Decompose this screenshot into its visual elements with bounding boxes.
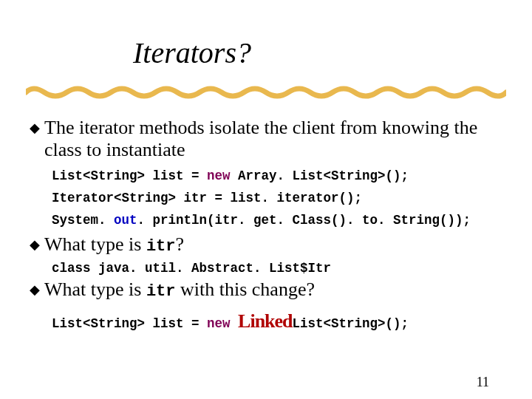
title-underline [26, 81, 506, 103]
code-line-2: Iterator<String> itr = list. iterator(); [52, 191, 502, 205]
bullet-3-text: What type is itr with this change? [44, 279, 315, 303]
code-5-b [231, 316, 239, 331]
code-line-3: System. out. println(itr. get. Class(). … [52, 213, 502, 228]
bullet-icon: ◆ [30, 117, 40, 139]
code-1-a: List<String> list = [52, 168, 207, 183]
slide-title: Iterators? [133, 37, 251, 69]
bullet-3: ◆ What type is itr with this change? [30, 279, 502, 303]
bullet-icon: ◆ [30, 233, 40, 256]
bullet-1-text: The iterator methods isolate the client … [44, 117, 502, 161]
page-number: 11 [477, 375, 489, 390]
linked-word: Linked [238, 310, 293, 332]
code-line-5: List<String> list = new LinkedList<Strin… [52, 310, 502, 332]
bullet-2-a: What type is [44, 233, 146, 255]
bullet-3-code: itr [146, 282, 176, 301]
code-line-4: class java. util. Abstract. List$Itr [52, 261, 502, 276]
code-line-1: List<String> list = new Array. List<Stri… [52, 168, 502, 183]
code-3-b: . println(itr. get. Class(). to. String(… [137, 213, 471, 228]
keyword-new: new [207, 316, 231, 331]
bullet-3-a: What type is [44, 279, 146, 300]
code-5-a: List<String> list = [52, 316, 207, 331]
bullet-icon: ◆ [30, 279, 40, 301]
bullet-2: ◆ What type is itr? [30, 233, 502, 258]
keyword-out: out [114, 213, 137, 228]
code-3-a: System. [52, 213, 114, 228]
keyword-new: new [207, 168, 231, 183]
bullet-3-b: with this change? [176, 279, 315, 300]
bullet-2-text: What type is itr? [44, 233, 184, 258]
slide: Iterators? ◆ The iterator methods isolat… [0, 0, 532, 399]
bullet-1: ◆ The iterator methods isolate the clien… [30, 117, 502, 161]
bullet-2-code: itr [146, 237, 176, 256]
bullet-2-b: ? [176, 233, 185, 255]
code-1-b: Array. List<String>(); [231, 168, 409, 183]
slide-body: ◆ The iterator methods isolate the clien… [30, 112, 502, 335]
code-5-c: List<String>(); [293, 316, 409, 331]
